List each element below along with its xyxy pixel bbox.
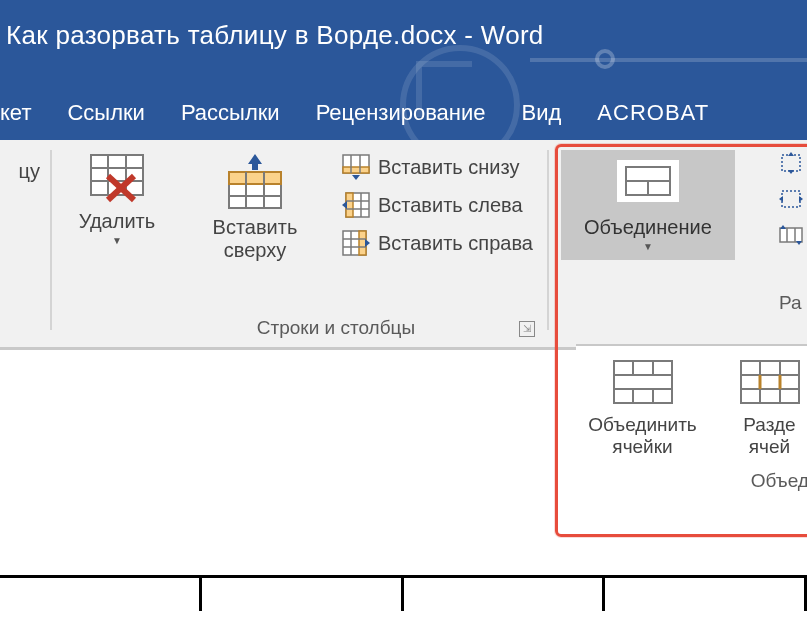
delete-label: Удалить <box>79 210 155 233</box>
cell-size-group: Ра <box>773 140 807 347</box>
svg-marker-7 <box>248 154 262 170</box>
insert-below-button[interactable]: Вставить снизу <box>342 154 533 180</box>
insert-column-right-icon <box>342 230 370 256</box>
merge-cells-label: Объединить ячейки <box>588 414 696 458</box>
row-height-control[interactable] <box>779 152 803 174</box>
svg-marker-29 <box>365 239 370 247</box>
tab-view[interactable]: Вид <box>516 92 568 134</box>
svg-rect-19 <box>346 193 353 217</box>
width-icon <box>779 188 803 210</box>
merge-cells-large-icon <box>613 360 673 404</box>
svg-marker-34 <box>788 152 794 156</box>
svg-marker-37 <box>779 196 783 202</box>
document-title: Как разорвать таблицу в Ворде.docx - Wor… <box>6 20 807 51</box>
insert-right-label: Вставить справа <box>378 232 533 255</box>
group-separator <box>50 150 52 330</box>
merge-dropdown-panel: Объединить ячейки Разде ячей Объедин <box>576 344 807 468</box>
decorative-line <box>530 58 807 62</box>
merge-group-label-partial: Объедин <box>751 470 807 492</box>
svg-rect-14 <box>343 167 369 173</box>
merge-cells-button[interactable]: Объединить ячейки <box>582 360 703 458</box>
svg-rect-25 <box>359 231 366 255</box>
insert-right-button[interactable]: Вставить справа <box>342 230 533 256</box>
document-area <box>0 573 807 625</box>
insert-left-button[interactable]: Вставить слева <box>342 192 533 218</box>
height-icon <box>779 152 803 174</box>
svg-marker-43 <box>796 241 802 245</box>
autofit-icon <box>779 224 803 246</box>
svg-rect-36 <box>782 191 800 207</box>
tab-acrobat[interactable]: ACROBAT <box>591 92 715 134</box>
svg-marker-38 <box>799 196 803 202</box>
insert-left-label: Вставить слева <box>378 194 523 217</box>
insert-above-button[interactable]: Вставить сверху <box>190 154 320 262</box>
insert-below-label: Вставить снизу <box>378 156 520 179</box>
ribbon: цу Удалить ▼ <box>0 140 807 350</box>
split-cells-button[interactable]: Разде ячей <box>709 360 807 458</box>
dialog-launcher-icon[interactable]: ⇲ <box>519 321 535 337</box>
decorative-dot <box>595 49 615 69</box>
autofit-control[interactable] <box>779 224 803 246</box>
insert-row-below-icon <box>342 154 370 180</box>
svg-marker-35 <box>788 170 794 174</box>
insert-column-left-icon <box>342 192 370 218</box>
split-cells-icon <box>740 360 800 404</box>
split-cells-label-partial: Разде ячей <box>743 414 795 458</box>
tab-layout-partial[interactable]: кет <box>0 92 37 134</box>
svg-rect-33 <box>782 155 800 171</box>
svg-rect-39 <box>780 228 802 242</box>
group-separator <box>547 150 549 330</box>
clipped-button[interactable]: цу <box>0 154 40 183</box>
merge-dropdown-label: Объединение <box>584 216 712 239</box>
delete-button[interactable]: Удалить ▼ <box>62 154 172 246</box>
svg-marker-23 <box>342 201 347 209</box>
svg-marker-42 <box>780 225 786 229</box>
tab-references[interactable]: Ссылки <box>61 92 150 134</box>
svg-rect-44 <box>614 361 672 403</box>
title-bar: Как разорвать таблицу в Ворде.docx - Wor… <box>0 0 807 140</box>
merge-dropdown-button[interactable]: Объединение ▼ <box>561 150 735 260</box>
tab-review[interactable]: Рецензирование <box>310 92 492 134</box>
insert-above-label: Вставить сверху <box>213 216 298 262</box>
merge-cells-icon <box>625 166 671 196</box>
table-delete-icon <box>90 154 144 204</box>
dropdown-arrow-icon: ▼ <box>112 235 122 246</box>
document-table-row[interactable] <box>0 575 807 611</box>
svg-rect-51 <box>741 361 799 403</box>
tab-mailings[interactable]: Рассылки <box>175 92 286 134</box>
ribbon-tabs: кет Ссылки Рассылки Рецензирование Вид A… <box>0 92 807 134</box>
dropdown-arrow-icon: ▼ <box>643 241 653 252</box>
svg-marker-17 <box>352 175 360 180</box>
rows-columns-group-label: Строки и столбцы <box>116 317 556 339</box>
insert-row-above-icon <box>228 154 282 210</box>
svg-rect-9 <box>229 172 281 184</box>
merge-group: Объединение ▼ <box>553 140 773 347</box>
clipped-button-label: цу <box>19 160 40 183</box>
column-width-control[interactable] <box>779 188 803 210</box>
size-group-label-partial: Ра <box>779 292 803 314</box>
